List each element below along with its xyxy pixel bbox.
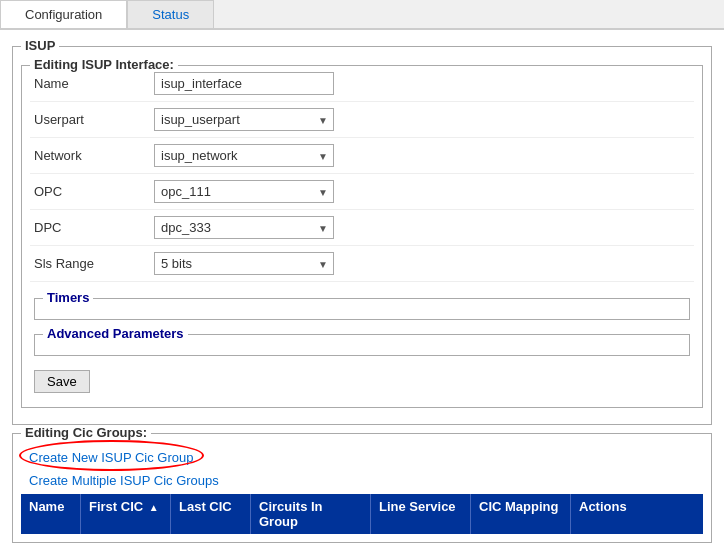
- network-select-wrapper: isup_network: [154, 144, 334, 167]
- network-value: isup_network: [154, 144, 690, 167]
- network-label: Network: [34, 148, 154, 163]
- userpart-row: Userpart isup_userpart: [30, 102, 694, 138]
- th-first-cic[interactable]: First CIC ▲: [81, 494, 171, 534]
- create-multiple-isup-cic-groups-link[interactable]: Create Multiple ISUP Cic Groups: [29, 473, 219, 488]
- network-row: Network isup_network: [30, 138, 694, 174]
- th-circuits-in-group: Circuits In Group: [251, 494, 371, 534]
- th-cic-mapping: CIC Mapping: [471, 494, 571, 534]
- editing-isup-legend: Editing ISUP Interface:: [30, 57, 178, 72]
- dpc-select[interactable]: dpc_333: [154, 216, 334, 239]
- cic-table-header: Name First CIC ▲ Last CIC Circuits In Gr…: [21, 494, 703, 534]
- create-new-link-circled: Create New ISUP Cic Group: [25, 444, 198, 467]
- timers-legend: Timers: [43, 290, 93, 305]
- sls-range-row: Sls Range 5 bits: [30, 246, 694, 282]
- name-value: [154, 72, 690, 95]
- isup-legend: ISUP: [21, 38, 59, 53]
- sort-arrow-first-cic: ▲: [149, 502, 159, 513]
- th-name: Name: [21, 494, 81, 534]
- tab-status[interactable]: Status: [127, 0, 214, 28]
- opc-row: OPC opc_111: [30, 174, 694, 210]
- network-select[interactable]: isup_network: [154, 144, 334, 167]
- dpc-label: DPC: [34, 220, 154, 235]
- opc-label: OPC: [34, 184, 154, 199]
- userpart-select-wrapper: isup_userpart: [154, 108, 334, 131]
- opc-select[interactable]: opc_111: [154, 180, 334, 203]
- sls-range-value: 5 bits: [154, 252, 690, 275]
- create-new-isup-cic-group-link[interactable]: Create New ISUP Cic Group: [29, 450, 194, 465]
- tab-configuration[interactable]: Configuration: [0, 0, 127, 28]
- main-content: ISUP Editing ISUP Interface: Name Userpa…: [0, 30, 724, 549]
- advanced-parameters-section[interactable]: Advanced Parameters: [34, 334, 690, 356]
- create-link-wrapper: Create New ISUP Cic Group: [25, 444, 703, 467]
- opc-value: opc_111: [154, 180, 690, 203]
- dpc-value: dpc_333: [154, 216, 690, 239]
- sls-range-label: Sls Range: [34, 256, 154, 271]
- cic-legend: Editing Cic Groups:: [21, 425, 151, 440]
- create-multiple-link-wrapper: Create Multiple ISUP Cic Groups: [25, 467, 703, 490]
- cic-section: Editing Cic Groups: Create New ISUP Cic …: [12, 433, 712, 543]
- dpc-select-wrapper: dpc_333: [154, 216, 334, 239]
- th-actions: Actions: [571, 494, 703, 534]
- dpc-row: DPC dpc_333: [30, 210, 694, 246]
- editing-isup-section: Editing ISUP Interface: Name Userpart is…: [21, 65, 703, 408]
- name-label: Name: [34, 76, 154, 91]
- sls-range-select-wrapper: 5 bits: [154, 252, 334, 275]
- save-button[interactable]: Save: [34, 370, 90, 393]
- advanced-legend: Advanced Parameters: [43, 326, 188, 341]
- name-input[interactable]: [154, 72, 334, 95]
- userpart-label: Userpart: [34, 112, 154, 127]
- isup-section: ISUP Editing ISUP Interface: Name Userpa…: [12, 46, 712, 425]
- userpart-value: isup_userpart: [154, 108, 690, 131]
- tab-bar: Configuration Status: [0, 0, 724, 30]
- th-last-cic: Last CIC: [171, 494, 251, 534]
- th-line-service: Line Service: [371, 494, 471, 534]
- sls-range-select[interactable]: 5 bits: [154, 252, 334, 275]
- opc-select-wrapper: opc_111: [154, 180, 334, 203]
- timers-section[interactable]: Timers: [34, 298, 690, 320]
- userpart-select[interactable]: isup_userpart: [154, 108, 334, 131]
